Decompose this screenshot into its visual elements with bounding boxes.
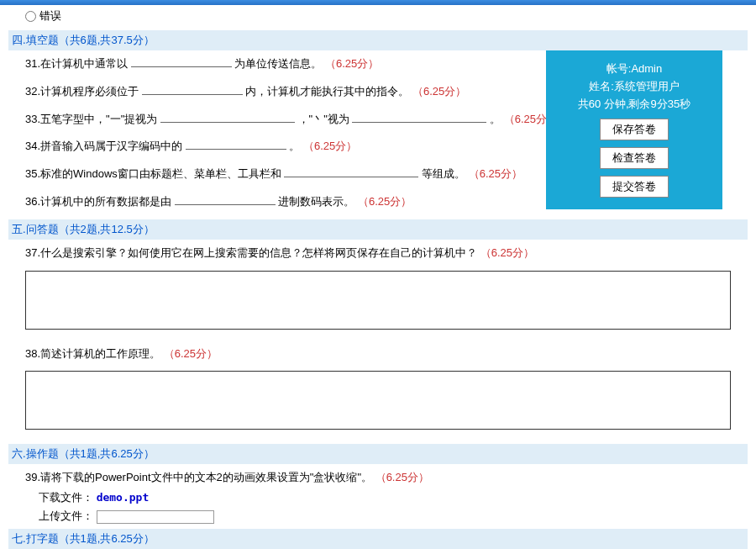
section-6-header: 六.操作题（共1题,共6.25分） — [8, 444, 748, 464]
q34-blank[interactable] — [186, 138, 286, 150]
q36-pre: 36.计算机中的所有数据都是由 — [25, 195, 171, 208]
q38-answer-textarea[interactable] — [25, 371, 731, 430]
account-info: 帐号:Admin — [553, 61, 716, 77]
q32-blank[interactable] — [142, 83, 243, 95]
q34-pre: 34.拼音输入码属于汉字编码中的 — [25, 140, 182, 152]
q36-points: （6.25分） — [358, 195, 412, 208]
q36-post: 进制数码表示。 — [278, 195, 354, 208]
wrong-radio[interactable] — [25, 11, 36, 22]
download-label: 下载文件： — [39, 491, 93, 504]
upload-label: 上传文件： — [39, 509, 93, 522]
q31-pre: 31.在计算机中通常以 — [25, 57, 128, 70]
submit-button[interactable]: 提交答卷 — [600, 176, 669, 198]
q31-points: （6.25分） — [325, 57, 379, 70]
question-38: 38.简述计算机的工作原理。 （6.25分） — [8, 340, 748, 368]
q33-pre: 33.五笔字型中，"一"提视为 — [25, 113, 157, 125]
check-button[interactable]: 检查答卷 — [600, 147, 669, 169]
q31-blank[interactable] — [131, 55, 232, 67]
q35-points: （6.25分） — [469, 167, 522, 180]
radio-label: 错误 — [39, 9, 61, 22]
question-37: 37.什么是搜索引擎？如何使用它在网上搜索需要的信息？怎样将网页保存在自己的计算… — [8, 240, 748, 267]
q38-points: （6.25分） — [164, 347, 218, 360]
q33-blank1[interactable] — [160, 111, 295, 123]
q33-post: 。 — [490, 113, 501, 125]
q37-answer-textarea[interactable] — [25, 271, 731, 330]
q35-pre: 35.标准的Windows窗口由标题栏、菜单栏、工具栏和 — [25, 167, 281, 180]
section-7-header: 七.打字题（共1题,共6.25分） — [8, 529, 748, 549]
q34-post: 。 — [289, 140, 300, 152]
upload-file-input[interactable] — [97, 510, 214, 524]
section-4-header: 四.填空题（共6题,共37.5分） — [8, 30, 748, 50]
name-info: 姓名:系统管理用户 — [553, 79, 716, 94]
q32-pre: 32.计算机程序必须位于 — [25, 85, 139, 98]
radio-option-row: 错误 — [8, 7, 748, 27]
q39-points: （6.25分） — [375, 471, 429, 483]
q32-post: 内，计算机才能执行其中的指令。 — [245, 85, 409, 98]
download-row: 下载文件： demo.ppt — [8, 488, 748, 507]
q37-points: （6.25分） — [480, 246, 534, 259]
section-5-header: 五.问答题（共2题,共12.5分） — [8, 219, 748, 240]
q37-text: 37.什么是搜索引擎？如何使用它在网上搜索需要的信息？怎样将网页保存在自己的计算… — [25, 246, 477, 259]
time-info: 共60 分钟,剩余9分35秒 — [553, 97, 716, 112]
q31-post: 为单位传送信息。 — [234, 57, 322, 70]
q39-text: 39.请将下载的PowerPoint文件中的文本2的动画效果设置为"盒状收缩"。 — [25, 471, 372, 483]
upload-row: 上传文件： — [8, 507, 748, 525]
download-file-link[interactable]: demo.ppt — [97, 491, 150, 504]
info-sidebar: 帐号:Admin 姓名:系统管理用户 共60 分钟,剩余9分35秒 保存答卷 检… — [546, 50, 722, 209]
q34-points: （6.25分） — [303, 140, 357, 152]
q35-post: 等组成。 — [422, 167, 465, 180]
q38-text: 38.简述计算机的工作原理。 — [25, 347, 160, 360]
q36-blank[interactable] — [175, 193, 276, 205]
question-39: 39.请将下载的PowerPoint文件中的文本2的动画效果设置为"盒状收缩"。… — [8, 464, 748, 488]
q33-mid: ，"丶"视为 — [298, 113, 349, 125]
q32-points: （6.25分） — [412, 85, 466, 98]
q35-blank[interactable] — [284, 166, 418, 177]
save-button[interactable]: 保存答卷 — [600, 119, 669, 140]
q33-blank2[interactable] — [352, 111, 486, 123]
